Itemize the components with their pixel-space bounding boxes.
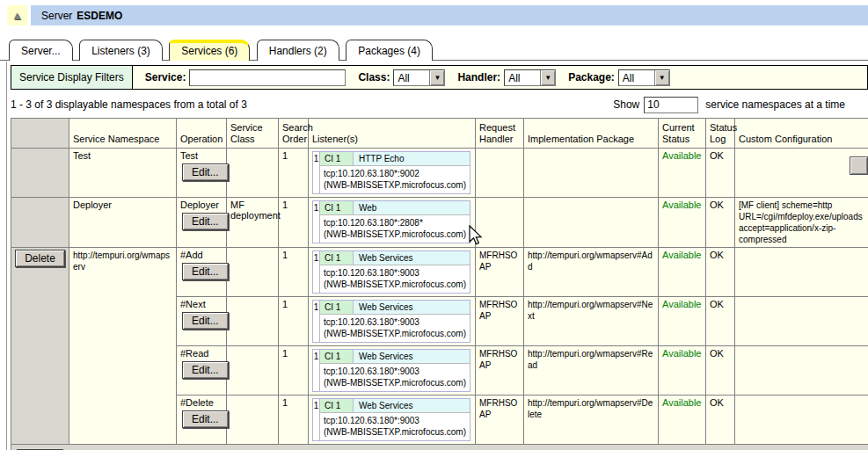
operation-cell: Test Edit... [177, 149, 227, 198]
edit-button[interactable]: Edit... [182, 163, 229, 181]
status-log-cell: OK [706, 396, 735, 445]
listener-name: HTTP Echo [354, 152, 470, 165]
collapse-button[interactable]: ▲ [7, 5, 27, 25]
listener-number: 1 [313, 350, 320, 391]
status-log-cell: OK [706, 297, 735, 346]
custom-config-cell [735, 297, 868, 346]
edit-button[interactable]: Edit... [182, 263, 229, 280]
clipped-button[interactable] [850, 156, 868, 175]
request-handler-cell [476, 149, 524, 198]
namespace-cell: Test [69, 149, 177, 198]
service-class-cell: MF deployment [227, 198, 279, 248]
col-implementation-package: Implementation Package [524, 119, 659, 149]
tab-handlers[interactable]: Handlers (2) [257, 40, 339, 61]
search-order-cell: 1 [279, 346, 309, 396]
custom-config-cell [735, 346, 868, 396]
current-status-cell: Available [659, 297, 706, 346]
paging-line: 1 - 3 of 3 displayable namespaces from a… [11, 95, 868, 114]
implementation-cell [524, 149, 659, 198]
col-service-namespace: Service Namespace [69, 119, 177, 149]
service-filter-input[interactable] [189, 69, 346, 86]
table-row: Deployer Deployer Edit... MF deployment … [11, 198, 868, 248]
table-row: Test Test Edit... 1 1 CI 1 HTTP Echo tc [11, 149, 868, 198]
listener-box: 1 CI 1 Web tcp:10.120.63.180*:2808* (NWB… [312, 200, 470, 243]
custom-config-cell: [MF client] scheme=http URL=/cgi/mfdeplo… [735, 198, 868, 248]
listener-cell: 1 CI 1 Web Services tcp:10.120.63.180*:9… [309, 297, 476, 346]
search-order-cell: 1 [279, 149, 309, 198]
implementation-cell: http://tempuri.org/wmapserv#Add [524, 248, 659, 297]
class-select[interactable]: All ▼ [393, 69, 445, 86]
tab-bar: Server... Listeners (3) Services (6) Han… [0, 39, 868, 61]
current-status-cell: Available [659, 198, 706, 248]
action-cell: Delete [11, 248, 69, 445]
search-order-cell: 1 [279, 396, 309, 445]
listener-name: Web [354, 201, 470, 214]
edit-button[interactable]: Edit... [182, 410, 229, 428]
edit-button[interactable]: Edit... [182, 312, 229, 330]
current-status-cell: Available [659, 346, 706, 396]
service-class-cell [227, 297, 279, 346]
tab-server[interactable]: Server... [9, 40, 73, 61]
server-name: ESDEMO [77, 10, 122, 22]
search-order-cell: 1 [279, 198, 309, 248]
request-handler-cell: MFRHSOAP [476, 297, 524, 346]
listener-name: Web Services [354, 399, 470, 412]
tab-packages[interactable]: Packages (4) [346, 40, 433, 61]
operation-name: #Read [180, 348, 208, 359]
listener-cell: 1 CI 1 Web tcp:10.120.63.180*:2808* (NWB… [309, 198, 476, 248]
implementation-cell [524, 198, 659, 248]
listener-cell: 1 CI 1 HTTP Echo tcp:10.120.63.180*:9002… [309, 149, 476, 198]
dropdown-arrow-icon[interactable]: ▼ [540, 70, 555, 85]
service-class-cell [227, 396, 279, 445]
server-label: Server [41, 10, 72, 22]
search-order-cell: 1 [279, 248, 309, 297]
listener-box: 1 CI 1 HTTP Echo tcp:10.120.63.180*:9002… [312, 151, 470, 194]
col-operation: Operation [177, 119, 227, 149]
operation-name: #Add [180, 250, 203, 260]
listener-endpoint: tcp:10.120.63.180*:2808* [324, 218, 423, 228]
listener-conversation: CI 1 [320, 201, 354, 214]
action-cell [11, 198, 69, 248]
action-cell [11, 149, 69, 198]
listener-endpoint: tcp:10.120.63.180*:9002 [324, 169, 419, 178]
listener-box: 1 CI 1 Web Services tcp:10.120.63.180*:9… [312, 250, 470, 294]
dropdown-arrow-icon[interactable]: ▼ [429, 70, 444, 85]
custom-config-cell [735, 396, 868, 445]
edit-button[interactable]: Edit... [182, 361, 229, 379]
handler-select[interactable]: All ▼ [504, 69, 556, 86]
package-select-value: All [619, 70, 654, 85]
service-class-cell [227, 149, 279, 198]
handler-select-value: All [505, 70, 540, 85]
table-header-row: Service Namespace Operation Service Clas… [11, 119, 868, 149]
tab-listeners[interactable]: Listeners (3) [79, 40, 163, 61]
tab-services[interactable]: Services (6) [169, 40, 250, 61]
listener-endpoint: tcp:10.120.63.180*:9003 [324, 268, 419, 278]
listener-host: (NWB-MBISSETXP.microfocus.com) [324, 279, 466, 289]
operation-cell: #Add Edit... [177, 248, 227, 297]
listener-host: (NWB-MBISSETXP.microfocus.com) [324, 378, 466, 388]
col-current-status: Current Status [659, 119, 706, 149]
listener-number: 1 [313, 201, 320, 243]
namespace-cell: http://tempuri.org/wmapserv [69, 248, 177, 445]
operation-cell: Deployer Edit... [177, 198, 227, 248]
operation-name: Deployer [180, 200, 219, 210]
show-count-input[interactable] [644, 97, 698, 113]
delete-button[interactable]: Delete [15, 250, 65, 267]
edit-button[interactable]: Edit... [182, 213, 229, 230]
show-suffix-label: service namespaces at a time [705, 98, 845, 111]
custom-config-cell [735, 248, 868, 297]
listener-number: 1 [313, 301, 320, 342]
listener-number: 1 [313, 251, 320, 293]
operation-name: #Next [180, 299, 206, 309]
status-log-cell: OK [706, 346, 735, 396]
server-header-bar: ▲ Server ESDEMO [7, 5, 868, 25]
listener-conversation: CI 1 [320, 251, 354, 265]
request-handler-cell: MFRHSOAP [476, 346, 524, 396]
package-select[interactable]: All ▼ [618, 69, 670, 86]
services-table: Service Namespace Operation Service Clas… [11, 118, 868, 445]
col-listeners: Listener(s) [309, 119, 476, 149]
listener-box: 1 CI 1 Web Services tcp:10.120.63.180*:9… [312, 300, 470, 343]
service-filter-label: Service: [145, 71, 186, 83]
dropdown-arrow-icon[interactable]: ▼ [654, 70, 669, 85]
server-title-bar: Server ESDEMO [31, 5, 868, 25]
